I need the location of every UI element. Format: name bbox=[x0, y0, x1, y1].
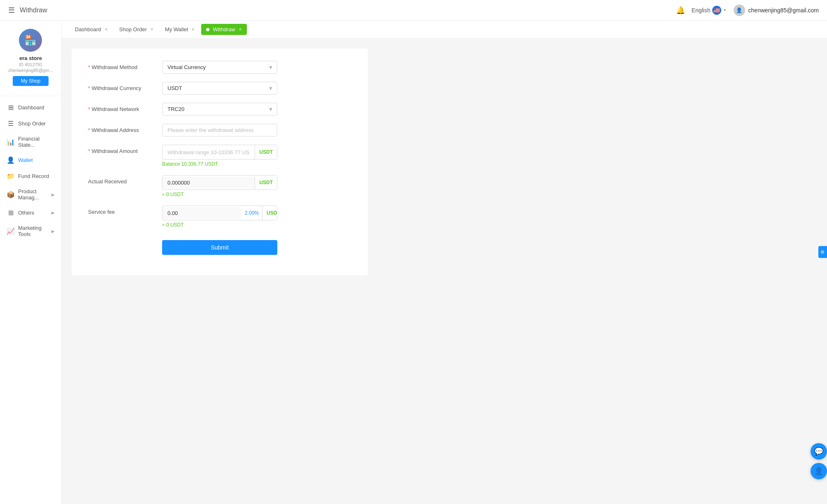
actual-received-hint: ≈ 0 USDT bbox=[162, 192, 351, 197]
chevron-right-icon: ▶ bbox=[51, 192, 55, 197]
breadcrumb-tab-dashboard[interactable]: Dashboard ✕ bbox=[70, 24, 113, 35]
actual-received-input bbox=[163, 177, 255, 189]
user-avatar: 👤 bbox=[734, 5, 745, 16]
actual-received-field: USDT ≈ 0 USDT bbox=[162, 175, 351, 197]
sidebar-item-dashboard[interactable]: ⊞ Dashboard bbox=[0, 99, 61, 116]
bell-icon[interactable]: 🔔 bbox=[676, 6, 685, 15]
store-name: era store bbox=[19, 55, 42, 61]
close-icon[interactable]: ✕ bbox=[105, 27, 108, 32]
sidebar-divider bbox=[0, 96, 61, 96]
actual-received-suffix: USDT bbox=[255, 176, 277, 190]
withdrawal-amount-field: USDT Balance 10,336.77 USDT bbox=[162, 145, 351, 167]
breadcrumb-label: My Wallet bbox=[165, 26, 188, 32]
header-title: Withdraw bbox=[20, 7, 47, 14]
chat-button[interactable]: 💬 bbox=[811, 443, 827, 460]
withdrawal-address-input[interactable] bbox=[162, 124, 277, 136]
withdrawal-currency-label: Withdrawal Currency bbox=[88, 82, 162, 91]
shop-order-icon: ☰ bbox=[7, 120, 15, 127]
username-label: chenwenjing85@gmail.com bbox=[748, 7, 819, 14]
form-row-withdrawal-network: Withdrawal Network TRC20 ERC20 BEP20 ▼ bbox=[88, 103, 351, 116]
user-info[interactable]: 👤 chenwenjing85@gmail.com bbox=[734, 5, 819, 16]
service-fee-input bbox=[163, 207, 242, 219]
form-row-withdrawal-currency: Withdrawal Currency USDT BTC ETH ▼ bbox=[88, 82, 351, 95]
main-content: Dashboard ✕ Shop Order ✕ My Wallet ✕ Wit… bbox=[62, 21, 827, 504]
service-fee-rate: 2.00% bbox=[242, 210, 262, 216]
form-row-service-fee: Service fee 2.00% USDT ≈ 0 USDT bbox=[88, 206, 351, 228]
withdrawal-currency-field: USDT BTC ETH ▼ bbox=[162, 82, 351, 95]
header-right: 🔔 English 🇺🇸 ▼ 👤 chenwenjing85@gmail.com bbox=[676, 5, 819, 16]
withdrawal-amount-label: Withdrawal Amount bbox=[88, 145, 162, 154]
breadcrumb-bar: Dashboard ✕ Shop Order ✕ My Wallet ✕ Wit… bbox=[62, 21, 827, 39]
chevron-down-icon: ▼ bbox=[723, 8, 727, 12]
language-label: English bbox=[692, 7, 711, 14]
withdrawal-amount-suffix: USDT bbox=[255, 145, 277, 159]
withdrawal-amount-input-wrapper: USDT bbox=[162, 145, 277, 160]
withdraw-form-card: Withdrawal Method Virtual Currency Bank … bbox=[72, 49, 368, 275]
form-row-withdrawal-address: Withdrawal Address bbox=[88, 124, 351, 136]
store-id: ID 4012791 bbox=[19, 62, 42, 67]
sidebar-item-fund-record[interactable]: 📁 Fund Record bbox=[0, 168, 61, 184]
withdrawal-currency-select-wrapper: USDT BTC ETH ▼ bbox=[162, 82, 277, 95]
breadcrumb-tab-shop-order[interactable]: Shop Order ✕ bbox=[114, 24, 158, 35]
close-icon[interactable]: ✕ bbox=[239, 27, 242, 32]
service-fee-input-wrapper: 2.00% USDT bbox=[162, 206, 277, 220]
sidebar-item-label: Others bbox=[18, 210, 48, 216]
sidebar-item-marketing-tools[interactable]: 📈 Marketing Tools ▶ bbox=[0, 221, 61, 241]
product-icon: 📦 bbox=[7, 191, 15, 199]
chevron-right-icon: ▶ bbox=[51, 210, 55, 215]
withdrawal-network-select-wrapper: TRC20 ERC20 BEP20 ▼ bbox=[162, 103, 277, 116]
menu-icon[interactable]: ☰ bbox=[8, 6, 15, 15]
side-feedback[interactable]: ⚙ bbox=[818, 246, 827, 258]
sidebar-item-product-manag[interactable]: 📦 Product Manag... ▶ bbox=[0, 184, 61, 205]
actual-received-input-wrapper: USDT bbox=[162, 175, 277, 190]
submit-spacer bbox=[88, 236, 162, 239]
sidebar-item-label: Financial State... bbox=[18, 136, 55, 148]
active-dot bbox=[206, 28, 209, 31]
service-fee-suffix: USDT bbox=[262, 206, 277, 220]
withdrawal-currency-select[interactable]: USDT BTC ETH bbox=[162, 82, 277, 95]
sidebar: 🏪 era store ID 4012791 chenwenjing85@gm.… bbox=[0, 21, 62, 504]
actual-received-label: Actual Received bbox=[88, 175, 162, 185]
breadcrumb-tab-my-wallet[interactable]: My Wallet ✕ bbox=[160, 24, 200, 35]
balance-hint: Balance 10,336.77 USDT bbox=[162, 161, 351, 167]
wallet-icon: 👤 bbox=[7, 156, 15, 164]
sidebar-item-label: Dashboard bbox=[18, 104, 55, 111]
sidebar-item-my-wallet[interactable]: 👤 Wallet bbox=[0, 152, 61, 168]
withdrawal-network-label: Withdrawal Network bbox=[88, 103, 162, 112]
feedback-tab[interactable]: ⚙ bbox=[818, 246, 827, 258]
page-body: Withdrawal Method Virtual Currency Bank … bbox=[62, 39, 827, 504]
close-icon[interactable]: ✕ bbox=[191, 27, 195, 32]
sidebar-item-label: Product Manag... bbox=[18, 188, 48, 201]
sidebar-item-label: Wallet bbox=[18, 157, 55, 163]
breadcrumb-label: Shop Order bbox=[119, 26, 147, 32]
close-icon[interactable]: ✕ bbox=[150, 27, 153, 32]
service-fee-label: Service fee bbox=[88, 206, 162, 215]
language-selector[interactable]: English 🇺🇸 ▼ bbox=[692, 6, 727, 15]
sidebar-item-shop-order[interactable]: ☰ Shop Order bbox=[0, 116, 61, 132]
my-shop-button[interactable]: My Shop bbox=[13, 76, 49, 86]
submit-button[interactable]: Submit bbox=[162, 240, 277, 255]
submit-field: Submit bbox=[162, 236, 351, 255]
chat-icon: 💬 bbox=[814, 447, 823, 456]
dashboard-icon: ⊞ bbox=[7, 104, 15, 111]
service-fee-hint: ≈ 0 USDT bbox=[162, 222, 351, 228]
sidebar-item-financial-state[interactable]: 📊 Financial State... bbox=[0, 132, 61, 152]
service-fee-field: 2.00% USDT ≈ 0 USDT bbox=[162, 206, 351, 228]
others-icon: ⊞ bbox=[7, 209, 15, 217]
withdrawal-method-select[interactable]: Virtual Currency Bank Transfer bbox=[162, 61, 277, 74]
withdrawal-network-select[interactable]: TRC20 ERC20 BEP20 bbox=[162, 103, 277, 116]
withdrawal-method-field: Virtual Currency Bank Transfer ▼ bbox=[162, 61, 351, 74]
avatar: 🏪 bbox=[19, 29, 42, 52]
sidebar-item-others[interactable]: ⊞ Others ▶ bbox=[0, 205, 61, 221]
breadcrumb-tab-withdraw[interactable]: Withdraw ✕ bbox=[201, 24, 246, 35]
breadcrumb-label: Dashboard bbox=[75, 26, 101, 32]
withdrawal-amount-input[interactable] bbox=[163, 146, 255, 158]
withdrawal-network-field: TRC20 ERC20 BEP20 ▼ bbox=[162, 103, 351, 116]
settings-icon: ⚙ bbox=[820, 250, 825, 255]
withdrawal-address-label: Withdrawal Address bbox=[88, 124, 162, 133]
marketing-icon: 📈 bbox=[7, 227, 15, 235]
support-icon: 👤 bbox=[814, 467, 823, 476]
sidebar-profile: 🏪 era store ID 4012791 chenwenjing85@gm.… bbox=[8, 29, 53, 86]
breadcrumb-label: Withdraw bbox=[213, 26, 235, 32]
support-button[interactable]: 👤 bbox=[811, 463, 827, 479]
